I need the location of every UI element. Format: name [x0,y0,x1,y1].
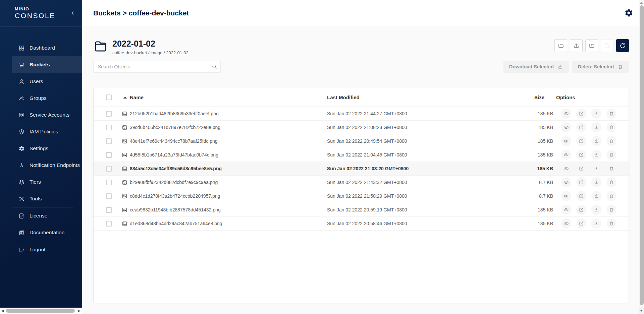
preview-object-button[interactable] [561,177,571,187]
horizontal-scrollbar-thumb[interactable] [6,309,75,313]
share-icon [579,152,584,158]
sidebar-item-settings[interactable]: Settings [12,140,82,157]
delete-object-button[interactable] [606,205,616,215]
object-last-modified: Sun Jan 02 2022 21:04:45 GMT+0800 [327,152,534,158]
vertical-scrollbar[interactable] [639,0,644,314]
select-checkbox[interactable] [106,193,112,199]
sidebar-item-documentation[interactable]: Documentation [12,224,82,241]
sidebar-item-service-accounts[interactable]: Service Accounts [12,107,82,123]
sidebar-item-logout[interactable]: Logout [12,241,82,258]
select-all-checkbox[interactable] [106,95,112,100]
scroll-left-arrow-icon[interactable] [2,309,4,313]
share-object-button[interactable] [576,205,586,215]
sidebar-item-tiers[interactable]: Tiers [12,174,82,190]
preview-object-button[interactable] [561,164,571,174]
refresh-button[interactable] [616,39,629,52]
search-input[interactable] [93,61,221,73]
download-selected-button[interactable]: Download Selected [503,61,569,73]
sidebar-item-iam-policies[interactable]: IAM Policies [12,123,82,140]
select-checkbox[interactable] [106,180,112,185]
sidebar-item-groups[interactable]: Groups [12,90,82,107]
select-checkbox[interactable] [106,152,112,158]
main-area: Buckets > coffee-dev-bucket 2022-01-02 c… [82,0,639,314]
select-checkbox[interactable] [106,138,112,144]
vertical-scrollbar-thumb[interactable] [640,5,644,305]
download-object-button[interactable] [591,164,601,174]
select-checkbox[interactable] [106,125,112,130]
rewind-button[interactable] [601,39,613,52]
table-row[interactable]: c8dd4c1d270f43a2b4724ccbb2204957.png Sun… [94,189,629,203]
select-checkbox[interactable] [106,221,112,227]
download-object-button[interactable] [591,205,601,215]
download-object-button[interactable] [591,218,601,229]
delete-selected-button[interactable]: Delete Selected [572,61,629,73]
preview-object-button[interactable] [561,218,571,229]
table-row[interactable]: 884a5c13c5e34eff89c56d8c95bee8e5.png Sun… [94,162,629,176]
table-row[interactable]: d1ed868d48b54dd29ac842ab751a64e8.png Sun… [94,217,629,231]
upload-file-button[interactable] [570,39,583,52]
object-size: 185 KB [534,138,553,144]
object-size: 185 KB [534,111,553,116]
download-object-button[interactable] [591,122,601,132]
delete-object-button[interactable] [606,177,616,187]
preview-object-button[interactable] [561,205,571,215]
console-settings-button[interactable] [622,6,636,20]
share-object-button[interactable] [576,122,586,132]
object-last-modified: Sun Jan 02 2022 21:08:23 GMT+0800 [327,125,534,130]
share-object-button[interactable] [576,164,586,174]
file-image-icon [122,221,127,227]
service-accounts-icon [18,112,25,118]
new-path-button[interactable] [554,39,567,52]
sidebar-item-dashboard[interactable]: Dashboard [12,40,82,56]
table-row[interactable]: 4d58f8b1b6714a23a73fd47bfae0b74c.png Sun… [94,148,629,162]
download-object-button[interactable] [591,177,601,187]
preview-object-button[interactable] [561,122,571,132]
sidebar-item-users[interactable]: Users [12,73,82,90]
column-header-name[interactable]: Name [123,95,327,100]
delete-object-button[interactable] [606,150,616,160]
scroll-up-arrow-icon[interactable] [640,2,643,4]
sidebar-item-license[interactable]: License [12,207,82,224]
breadcrumb[interactable]: Buckets > coffee-dev-bucket [93,9,622,17]
table-row[interactable]: 48e41ef7e69c443494cc78b7aaf25fdc.png Sun… [94,134,629,148]
object-last-modified: Sun Jan 02 2022 21:44:27 GMT+0800 [327,111,534,116]
delete-object-button[interactable] [606,218,616,229]
scroll-down-arrow-icon[interactable] [640,310,643,312]
select-checkbox[interactable] [106,207,112,213]
preview-object-button[interactable] [561,150,571,160]
delete-object-button[interactable] [606,136,616,146]
sidebar-item-notification-endpoints[interactable]: λ Notification Endpoints [12,157,82,174]
share-object-button[interactable] [576,177,586,187]
table-row[interactable]: ceab9832b11948bfb2887578dd451432.png Sun… [94,203,629,217]
delete-object-button[interactable] [606,122,616,132]
share-object-button[interactable] [576,109,586,119]
preview-object-button[interactable] [561,191,571,201]
table-row[interactable]: 39cd6b405bc241d7897e782fcb722e8e.png Sun… [94,121,629,134]
scroll-right-arrow-icon[interactable] [78,309,80,313]
delete-object-button[interactable] [606,191,616,201]
download-object-button[interactable] [591,109,601,119]
upload-folder-button[interactable] [585,39,598,52]
sidebar-item-tools[interactable]: Tools [12,190,82,207]
download-icon [594,152,599,158]
download-object-button[interactable] [591,136,601,146]
preview-object-button[interactable] [561,109,571,119]
table-row[interactable]: 212b052b1bad482fb8369533ebf0aeef.png Sun… [94,107,629,121]
share-object-button[interactable] [576,191,586,201]
sidebar-collapse-button[interactable] [69,10,75,16]
select-checkbox[interactable] [106,166,112,172]
share-object-button[interactable] [576,218,586,229]
share-object-button[interactable] [576,136,586,146]
download-object-button[interactable] [591,191,601,201]
preview-object-button[interactable] [561,136,571,146]
table-row[interactable]: b29a08fbf92342d882dcbdf7e9c9c9aa.png Sun… [94,176,629,189]
sidebar-item-buckets[interactable]: Buckets [12,56,82,73]
select-checkbox[interactable] [106,111,112,117]
download-icon [594,180,599,185]
tools-icon [18,196,25,202]
delete-object-button[interactable] [606,164,616,174]
download-object-button[interactable] [591,150,601,160]
share-object-button[interactable] [576,150,586,160]
delete-object-button[interactable] [606,109,616,119]
sidebar-horizontal-scrollbar[interactable] [0,308,82,314]
